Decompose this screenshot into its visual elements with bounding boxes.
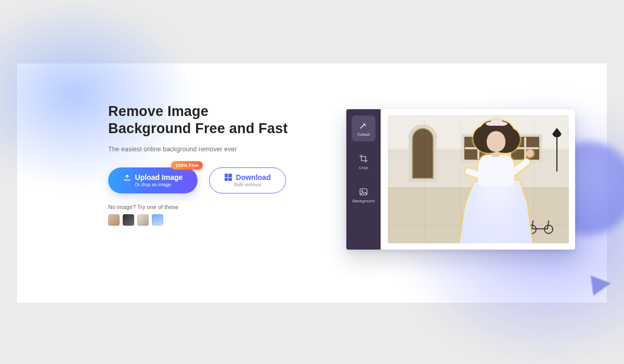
hero-copy: Remove Image Background Free and Fast Th… <box>108 103 368 226</box>
svg-point-2 <box>367 124 367 125</box>
tool-background[interactable]: Background <box>352 182 375 208</box>
hero-panel: Remove Image Background Free and Fast Th… <box>17 63 607 303</box>
title-line-2: Background Free and Fast <box>108 121 288 136</box>
editor-scene <box>388 115 569 243</box>
sample-thumb-3[interactable] <box>137 214 149 226</box>
upload-button-label: Upload Image <box>135 173 183 181</box>
crop-icon <box>358 153 369 164</box>
sample-thumb-4[interactable] <box>152 214 163 226</box>
upload-button-sub: Or drop an image <box>135 182 171 187</box>
page-title: Remove Image Background Free and Fast <box>108 103 368 137</box>
page-subtitle: The easiest online background remover ev… <box>108 146 368 153</box>
editor-preview: Cutout Crop Background <box>346 109 575 250</box>
sample-thumb-row <box>108 214 368 226</box>
svg-point-1 <box>366 123 366 123</box>
decorative-triangle <box>585 270 613 298</box>
upload-icon <box>123 174 131 181</box>
download-button-sub: Bulk removal <box>234 182 261 187</box>
sample-images: No image? Try one of these <box>108 204 368 226</box>
upload-image-button[interactable]: 100% Free Upload Image Or drop an image <box>108 167 198 193</box>
title-line-1: Remove Image <box>108 103 209 119</box>
download-button-label: Download <box>236 173 271 181</box>
editor-canvas[interactable] <box>381 109 575 250</box>
download-button[interactable]: Download Bulk removal <box>209 167 286 193</box>
tool-cutout[interactable]: Cutout <box>352 115 375 141</box>
image-icon <box>358 187 369 197</box>
svg-point-5 <box>361 190 362 191</box>
svg-point-3 <box>363 122 364 122</box>
tool-crop[interactable]: Crop <box>352 149 375 175</box>
sample-thumb-2[interactable] <box>123 214 134 226</box>
sample-images-label: No image? Try one of these <box>108 204 368 210</box>
cta-row: 100% Free Upload Image Or drop an image … <box>108 167 368 193</box>
windows-icon <box>225 174 232 181</box>
magic-wand-icon <box>358 120 369 131</box>
tool-cutout-label: Cutout <box>357 132 370 137</box>
sample-thumb-1[interactable] <box>108 214 120 226</box>
tool-crop-label: Crop <box>359 165 368 170</box>
editor-toolstrip: Cutout Crop Background <box>346 109 381 250</box>
tool-background-label: Background <box>353 199 375 203</box>
svg-marker-0 <box>591 276 611 296</box>
free-badge: 100% Free <box>171 161 203 170</box>
